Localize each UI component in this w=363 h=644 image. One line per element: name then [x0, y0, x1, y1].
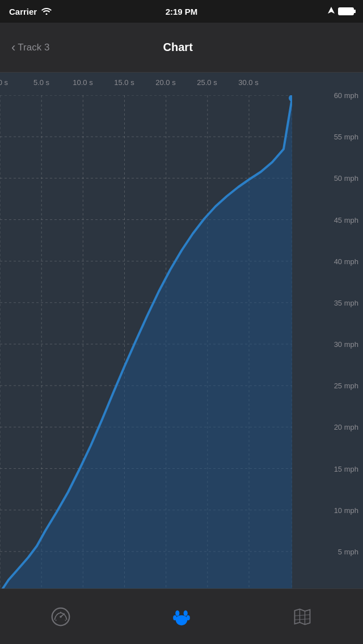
speed-label-20: 20 mph: [334, 423, 358, 431]
time-label-4: 20.0 s: [155, 78, 175, 87]
map-icon: [292, 607, 313, 627]
time-label-2: 10.0 s: [73, 78, 92, 87]
time-display: 2:19 PM: [166, 7, 198, 16]
speedometer-icon: [50, 607, 71, 627]
tab-speedometer[interactable]: [0, 607, 121, 627]
time-label-3: 15.0 s: [114, 78, 134, 87]
page-title: Chart: [49, 41, 306, 54]
chevron-left-icon: ‹: [11, 41, 15, 54]
speed-label-60: 60 mph: [334, 91, 358, 100]
svg-line-35: [295, 618, 310, 620]
speed-label-50: 50 mph: [334, 174, 358, 183]
speed-label-30: 30 mph: [334, 340, 358, 349]
wifi-icon: [41, 7, 52, 16]
paw-icon: [171, 607, 192, 627]
speed-axis: 60 mph 55 mph 50 mph 45 mph 40 mph 35 mp…: [292, 95, 363, 593]
battery-icon: [338, 7, 354, 15]
nav-bar: ‹ Track 3 Chart: [0, 23, 363, 73]
tab-paw[interactable]: [121, 607, 242, 627]
time-label-0: 0.0 s: [0, 78, 8, 87]
chart-area: 0.0 s 5.0 s 10.0 s 15.0 s 20.0 s 25.0 s …: [0, 73, 363, 593]
carrier-label: Carrier: [9, 7, 37, 16]
speed-label-15: 15 mph: [334, 464, 358, 473]
svg-point-29: [184, 610, 188, 616]
speed-label-5: 5 mph: [338, 547, 358, 556]
speed-label-35: 35 mph: [334, 298, 358, 307]
tab-map[interactable]: [242, 607, 363, 627]
speed-label-10: 10 mph: [334, 506, 358, 514]
svg-point-28: [175, 610, 179, 616]
speed-label-25: 25 mph: [334, 382, 358, 390]
svg-line-34: [295, 615, 310, 616]
svg-line-26: [65, 620, 65, 621]
time-label-5: 25.0 s: [197, 78, 217, 87]
back-label: Track 3: [18, 42, 49, 53]
tab-bar: [0, 588, 363, 644]
time-label-1: 5.0 s: [33, 78, 49, 87]
speed-label-45: 45 mph: [334, 215, 358, 224]
svg-point-24: [60, 616, 62, 618]
back-button[interactable]: ‹ Track 3: [11, 41, 49, 54]
svg-point-21: [289, 95, 292, 101]
time-axis: 0.0 s 5.0 s 10.0 s 15.0 s 20.0 s 25.0 s …: [0, 73, 289, 95]
svg-line-25: [56, 620, 56, 621]
status-bar: Carrier 2:19 PM: [0, 0, 363, 23]
chart-svg: [0, 95, 292, 593]
time-label-6: 30.0 s: [238, 78, 258, 87]
speed-label-40: 40 mph: [334, 257, 358, 265]
speed-label-55: 55 mph: [334, 133, 358, 141]
location-icon: [328, 7, 335, 16]
